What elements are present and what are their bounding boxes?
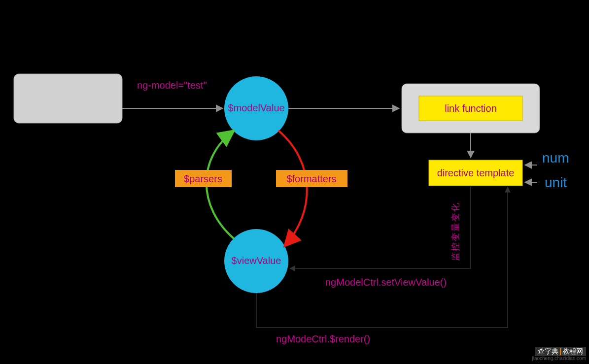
set-view-value-arrow	[290, 186, 471, 268]
watermark-site-part1: 查字典	[538, 347, 558, 355]
watermark-url: jiaocheng.chazidian.com	[532, 356, 586, 362]
unit-label: unit	[545, 175, 567, 190]
model-value-label: $modelValue	[228, 102, 284, 113]
parsers-label: $parsers	[184, 173, 222, 184]
directive-template-label: directive template	[437, 167, 515, 178]
source-box	[14, 74, 122, 123]
render-label: ngModeCtrl.$render()	[276, 333, 370, 344]
watermark: 查字典|教程网 jiaocheng.chazidian.com	[532, 347, 586, 361]
view-value-label: $viewValue	[232, 255, 281, 266]
ng-model-label: ng-model="test"	[137, 80, 207, 91]
set-view-value-label: ngModelCtrl.setViewValue()	[325, 277, 447, 288]
render-arrow	[256, 187, 508, 328]
formatters-label: $formatters	[286, 173, 336, 184]
link-function-label: link function	[445, 103, 497, 114]
watch-changes-label: 监控变量变化	[450, 202, 460, 261]
formatters-arrow	[278, 131, 307, 246]
num-label: num	[542, 150, 569, 165]
watermark-site-part2: 教程网	[562, 347, 583, 355]
